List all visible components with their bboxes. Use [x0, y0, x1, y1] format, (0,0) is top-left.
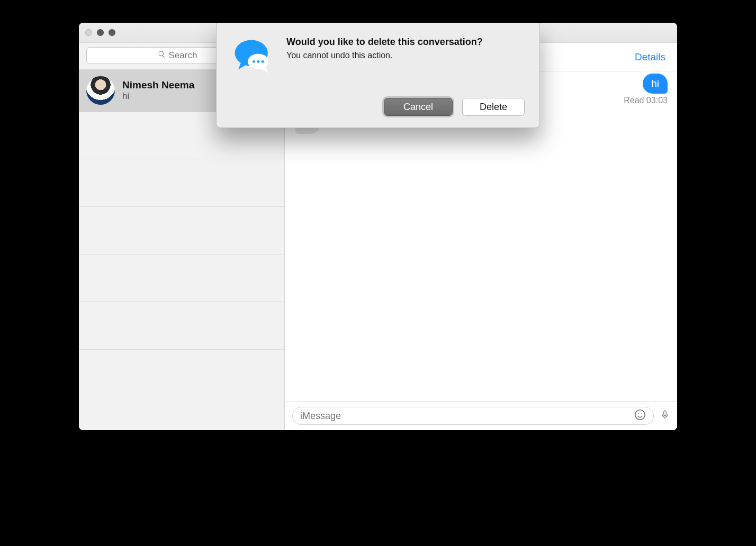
- svg-point-7: [253, 60, 255, 63]
- svg-rect-3: [664, 411, 667, 416]
- empty-conversation-rows: [79, 112, 284, 350]
- window-close-button[interactable]: [85, 29, 92, 36]
- read-receipt: Read 03:03: [624, 96, 668, 105]
- svg-point-2: [641, 413, 642, 414]
- cancel-button[interactable]: Cancel: [384, 98, 453, 116]
- conversation-name: Nimesh Neema: [122, 79, 194, 91]
- compose-field[interactable]: [292, 407, 654, 425]
- compose-input[interactable]: [300, 411, 634, 422]
- dialog-buttons: Cancel Delete: [231, 98, 525, 116]
- dialog-text: Would you like to delete this conversati…: [286, 37, 483, 80]
- svg-point-1: [638, 413, 639, 414]
- conversation-preview: hi: [122, 91, 194, 102]
- sent-message-bubble[interactable]: hi: [643, 74, 668, 94]
- window-zoom-button[interactable]: [109, 29, 115, 36]
- empty-row: [79, 302, 284, 350]
- conversation-meta: Nimesh Neema hi: [122, 79, 194, 102]
- empty-row: [79, 207, 284, 254]
- avatar: [86, 76, 115, 105]
- delete-conversation-dialog: Would you like to delete this conversati…: [216, 23, 540, 128]
- dialog-title: Would you like to delete this conversati…: [286, 37, 483, 48]
- search-icon: [158, 50, 166, 61]
- details-button[interactable]: Details: [635, 51, 665, 63]
- dialog-body: Would you like to delete this conversati…: [231, 37, 525, 80]
- traffic-lights: [85, 29, 115, 36]
- delete-button[interactable]: Delete: [462, 98, 525, 116]
- microphone-icon[interactable]: [660, 408, 670, 423]
- svg-point-0: [635, 410, 645, 419]
- svg-point-9: [262, 60, 264, 63]
- emoji-icon[interactable]: [634, 409, 646, 423]
- window-minimize-button[interactable]: [97, 29, 104, 36]
- search-input[interactable]: [169, 50, 206, 61]
- empty-row: [79, 159, 284, 207]
- compose-bar: [285, 401, 677, 430]
- dialog-subtitle: You cannot undo this action.: [286, 51, 483, 60]
- messages-window: Nimesh Neema hi Details 840: [79, 23, 677, 430]
- messages-app-icon: [231, 37, 275, 80]
- svg-point-8: [257, 60, 259, 63]
- empty-row: [79, 254, 284, 302]
